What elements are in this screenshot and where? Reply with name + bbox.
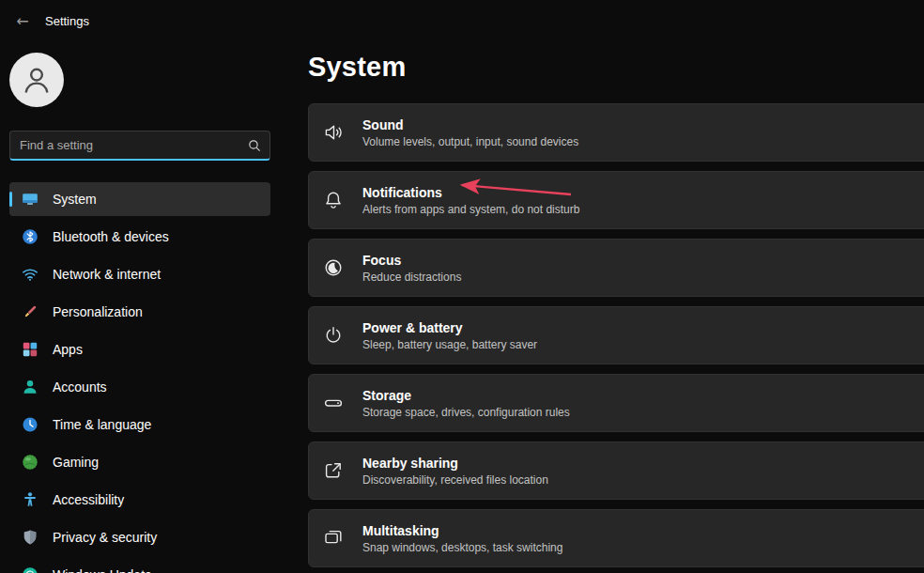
system-icon bbox=[22, 191, 38, 208]
sidebar-item-apps[interactable]: Apps bbox=[9, 333, 270, 366]
sidebar-item-label: Gaming bbox=[53, 455, 99, 470]
card-notifications[interactable]: Notifications Alerts from apps and syste… bbox=[308, 171, 924, 229]
sidebar-item-label: System bbox=[53, 192, 97, 207]
settings-window: ← Settings System Bluetooth & devices bbox=[0, 0, 924, 573]
sidebar-item-label: Bluetooth & devices bbox=[53, 229, 169, 244]
sidebar-item-label: Personalization bbox=[53, 304, 143, 319]
card-subtitle: Sleep, battery usage, battery saver bbox=[362, 338, 537, 351]
card-subtitle: Discoverability, received files location bbox=[362, 473, 548, 487]
card-subtitle: Volume levels, output, input, sound devi… bbox=[362, 135, 578, 148]
card-subtitle: Reduce distractions bbox=[362, 271, 461, 284]
accessibility-icon bbox=[22, 491, 38, 508]
sidebar-item-system[interactable]: System bbox=[9, 182, 270, 216]
back-button[interactable]: ← bbox=[8, 8, 38, 34]
search-box[interactable] bbox=[9, 131, 270, 161]
card-title: Power & battery bbox=[362, 320, 537, 335]
sound-icon bbox=[322, 121, 345, 144]
card-focus[interactable]: Focus Reduce distractions bbox=[308, 239, 924, 297]
window-title: Settings bbox=[45, 14, 89, 28]
time-language-icon bbox=[22, 416, 38, 433]
bluetooth-icon bbox=[22, 228, 38, 245]
card-title: Storage bbox=[362, 388, 570, 403]
card-nearby-sharing[interactable]: Nearby sharing Discoverability, received… bbox=[308, 441, 924, 500]
titlebar: ← Settings bbox=[0, 0, 89, 41]
power-icon bbox=[322, 324, 345, 347]
search-input[interactable] bbox=[20, 138, 247, 152]
notifications-icon bbox=[322, 189, 345, 211]
sidebar-item-personalization[interactable]: Personalization bbox=[9, 295, 270, 329]
sidebar-item-label: Time & language bbox=[53, 417, 151, 432]
sidebar-item-label: Privacy & security bbox=[53, 530, 157, 545]
sidebar-item-label: Accessibility bbox=[53, 492, 124, 507]
sidebar-item-label: Windows Update bbox=[53, 567, 152, 573]
card-sound[interactable]: Sound Volume levels, output, input, soun… bbox=[308, 103, 924, 162]
accounts-icon bbox=[22, 379, 38, 395]
sidebar-nav: System Bluetooth & devices Network & int… bbox=[9, 182, 270, 573]
sidebar-item-time-language[interactable]: Time & language bbox=[9, 408, 270, 441]
search-icon[interactable] bbox=[247, 138, 262, 153]
sidebar-item-network-internet[interactable]: Network & internet bbox=[9, 257, 270, 291]
page-title: System bbox=[308, 52, 406, 83]
sidebar-item-windows-update[interactable]: Windows Update bbox=[9, 558, 270, 573]
apps-icon bbox=[22, 341, 38, 358]
gaming-icon bbox=[22, 454, 38, 471]
card-multitasking[interactable]: Multitasking Snap windows, desktops, tas… bbox=[308, 509, 924, 567]
card-subtitle: Storage space, drives, configuration rul… bbox=[362, 406, 570, 419]
card-title: Sound bbox=[362, 117, 578, 132]
sidebar-item-label: Apps bbox=[53, 342, 83, 357]
settings-card-list: Sound Volume levels, output, input, soun… bbox=[308, 103, 924, 573]
focus-icon bbox=[322, 256, 345, 279]
card-subtitle: Snap windows, desktops, task switching bbox=[362, 541, 562, 554]
sidebar-item-privacy-security[interactable]: Privacy & security bbox=[9, 520, 270, 554]
card-title: Focus bbox=[362, 253, 461, 268]
multitasking-icon bbox=[322, 527, 345, 550]
privacy-security-icon bbox=[22, 529, 38, 546]
card-power-battery[interactable]: Power & battery Sleep, battery usage, ba… bbox=[308, 306, 924, 364]
card-storage[interactable]: Storage Storage space, drives, configura… bbox=[308, 374, 924, 432]
nearby-sharing-icon bbox=[322, 459, 345, 482]
personalization-icon bbox=[22, 303, 38, 320]
windows-update-icon bbox=[22, 566, 38, 573]
sidebar-item-accessibility[interactable]: Accessibility bbox=[9, 483, 270, 517]
sidebar-item-label: Accounts bbox=[53, 379, 107, 395]
sidebar-item-label: Network & internet bbox=[53, 267, 161, 282]
sidebar-item-gaming[interactable]: Gaming bbox=[9, 445, 270, 479]
sidebar-item-accounts[interactable]: Accounts bbox=[9, 370, 270, 404]
network-icon bbox=[22, 266, 38, 283]
storage-icon bbox=[322, 392, 345, 414]
sidebar-item-bluetooth-devices[interactable]: Bluetooth & devices bbox=[9, 220, 270, 254]
avatar[interactable] bbox=[9, 53, 64, 107]
card-subtitle: Alerts from apps and system, do not dist… bbox=[362, 203, 579, 216]
person-icon bbox=[19, 62, 54, 98]
card-title: Notifications bbox=[362, 185, 579, 200]
card-title: Nearby sharing bbox=[362, 456, 548, 471]
card-title: Multitasking bbox=[362, 523, 562, 538]
